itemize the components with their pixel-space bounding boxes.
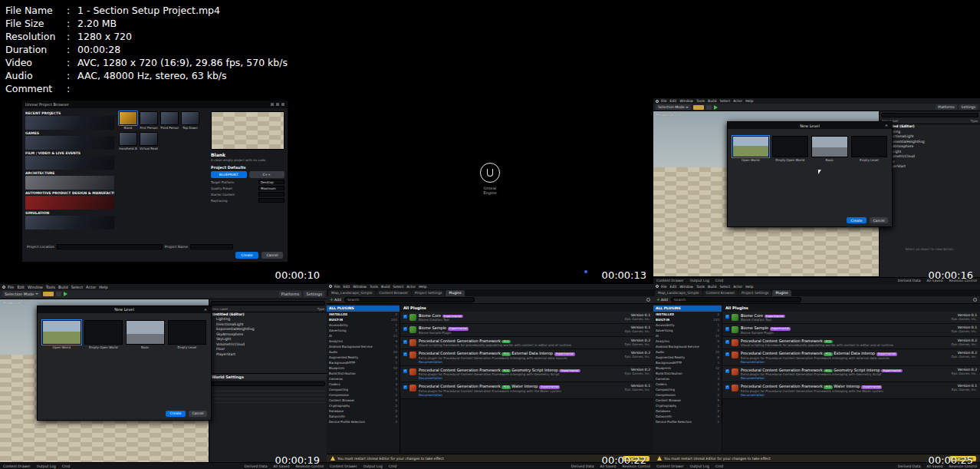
plugin-enabled-checkbox[interactable] [403,385,407,389]
close-icon[interactable] [885,123,890,127]
plugin-enabled-checkbox[interactable] [725,385,729,389]
tab[interactable]: Content Browser [377,290,412,296]
menu-item[interactable]: Build [381,285,390,289]
tab[interactable]: Plugins [446,290,464,296]
project-location-input[interactable] [57,244,163,249]
plugins-category[interactable]: Database 2 [327,408,400,414]
plugins-category[interactable]: Augmented Reality 8 [653,355,722,360]
platforms-dropdown[interactable]: Platforms [936,104,956,110]
plugin-enabled-checkbox[interactable] [403,327,407,331]
menu-item[interactable]: Window [679,99,693,103]
menu-item[interactable]: Select [719,285,730,289]
plugins-category[interactable]: Datasmith 4 [653,414,722,419]
plugins-category[interactable]: Compositing 1 [653,387,722,392]
plugin-enabled-checkbox[interactable] [403,352,407,356]
plugins-category[interactable]: BUILT-IN 243 [327,317,400,322]
viewport-perspective-label[interactable]: Perspective [656,113,673,117]
level-template-tile[interactable]: Empty Open World [772,136,809,163]
template-card[interactable]: Blank [119,111,137,130]
plugin-documentation-link[interactable]: Documentation [419,360,599,364]
template-card[interactable]: Virtual Reality [140,132,158,150]
viewport-lit-label[interactable]: Lit [677,113,681,117]
outliner-header-type[interactable]: Type [971,119,978,123]
plugins-category[interactable]: BackgroundHTTP 1 [327,360,400,365]
menu-item[interactable]: Actor [733,99,742,103]
world-settings-title[interactable]: World Settings [209,374,327,380]
plugins-category[interactable]: Build Distribution 1 [327,371,400,376]
unreal-logo-icon[interactable] [656,100,659,103]
statusbar-item[interactable]: Output Log [690,464,709,468]
level-template-tile[interactable]: Basic [811,136,848,163]
menu-item[interactable]: Build [708,99,716,103]
gear-icon[interactable] [973,298,977,302]
template-card[interactable]: Third Person [160,111,179,130]
add-plugin-button[interactable]: Add [656,298,668,302]
plugins-category[interactable]: INSTALLED 2 [653,312,722,317]
plugins-category[interactable]: Augmented Reality 8 [327,355,400,360]
menu-item[interactable]: Actor [86,285,96,289]
plugins-category[interactable]: Compositing 1 [327,387,400,392]
menu-item[interactable]: Window [679,285,693,289]
outliner-row[interactable]: PlayerStart [880,164,980,170]
close-icon[interactable] [281,103,284,106]
statusbar-item[interactable]: Content Drawer [656,279,684,282]
platforms-dropdown[interactable]: Platforms [279,291,302,297]
project-category[interactable]: ARCHITECTURE [25,171,114,190]
tab[interactable]: Content Browser [703,290,738,296]
sidebar-item-all-plugins[interactable]: ALL PLUGINS [327,306,400,312]
statusbar-item[interactable]: Output Log [690,279,709,282]
project-category[interactable]: SIMULATION [25,211,114,230]
plugins-category[interactable]: Blueprints 12 [327,365,400,371]
level-template-tile[interactable]: Open World [42,320,81,350]
menu-item[interactable]: Help [745,285,753,289]
plugin-enabled-checkbox[interactable] [725,340,729,344]
plugins-category[interactable]: Datasmith 4 [327,414,400,419]
plugin-documentation-link[interactable]: Documentation [419,393,599,397]
toolbar-icon[interactable] [56,292,61,296]
plugins-category[interactable]: Codecs 4 [653,381,722,387]
project-category[interactable]: FILM / VIDEO & LIVE EVENTS [25,151,114,170]
menu-item[interactable]: File [334,285,340,289]
cancel-button[interactable]: Cancel [261,252,283,259]
unreal-logo-icon[interactable] [656,285,659,288]
plugin-enabled-checkbox[interactable] [403,340,407,344]
minimize-icon[interactable] [271,103,274,106]
template-card[interactable]: First Person [140,111,158,130]
cpp-button[interactable]: C++ [249,171,285,178]
outliner-header-type[interactable]: Type [317,307,324,311]
toolbar-highlight-button[interactable] [693,105,704,110]
plugins-category[interactable]: INSTALLED 2 [327,312,400,317]
outliner-header-label[interactable]: Item Label [212,307,228,311]
menu-item[interactable]: Edit [670,99,677,103]
settings-dropdown[interactable]: Settings [959,104,978,110]
project-category[interactable]: RECENT PROJECTS [25,111,114,130]
plugins-category[interactable]: Device Profile Selectors 2 [327,419,400,424]
statusbar-item[interactable]: Output Log [363,464,383,468]
plugins-category[interactable]: Compression 2 [653,392,722,398]
outliner-search[interactable] [881,113,978,117]
plugins-category[interactable]: Android Background Service 1 [653,344,722,349]
cancel-button[interactable]: Cancel [870,217,888,223]
plugins-category[interactable]: AI 11 [653,333,722,339]
plugin-documentation-link[interactable]: Documentation [741,360,926,364]
plugins-category[interactable]: Codecs 4 [327,381,400,387]
plugins-category[interactable]: Analytics 9 [327,339,400,344]
unreal-logo-icon[interactable] [2,286,5,289]
plugins-category[interactable]: Audio 20 [327,349,400,355]
plugins-category[interactable]: Cryptography 2 [327,403,400,408]
statusbar-item[interactable]: Cmd [62,464,70,468]
plugins-category[interactable]: Blueprints 12 [653,365,722,371]
plugins-category[interactable]: Build Distribution 1 [653,371,722,376]
create-button[interactable]: Create [166,411,186,417]
add-plugin-button[interactable]: Add [330,298,341,302]
statusbar-item[interactable]: Derived Data [245,464,268,468]
plugins-category[interactable]: Compression 2 [327,392,400,398]
settings-dropdown[interactable]: Settings [304,291,324,297]
plugin-enabled-checkbox[interactable] [725,327,729,331]
unreal-logo-icon[interactable] [329,285,332,288]
sidebar-item-all-plugins[interactable]: ALL PLUGINS [653,306,722,312]
gear-icon[interactable] [646,298,650,302]
menu-item[interactable]: Help [745,99,753,103]
menu-item[interactable]: Edit [344,285,350,289]
menu-item[interactable]: Window [353,285,367,289]
